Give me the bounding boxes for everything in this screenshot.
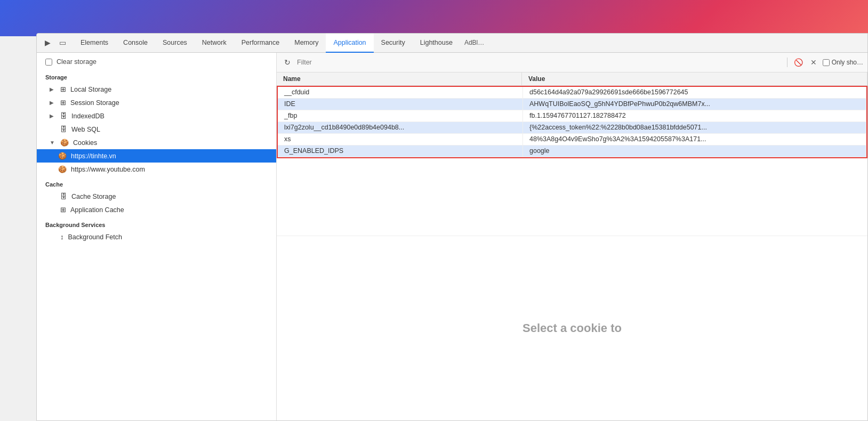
top-gradient-bar: [0, 0, 868, 36]
tab-network[interactable]: Network: [195, 34, 234, 36]
tab-console[interactable]: Console: [116, 34, 155, 36]
tab-bar: ▶ ▭ Elements Console Sources Network Per…: [37, 34, 867, 36]
tab-security[interactable]: Security: [374, 34, 413, 36]
tab-memory[interactable]: Memory: [287, 34, 326, 36]
tab-sources[interactable]: Sources: [155, 34, 195, 36]
devtools-window: ▶ ▭ Elements Console Sources Network Per…: [36, 33, 868, 36]
tab-performance[interactable]: Performance: [234, 34, 287, 36]
tab-adblock[interactable]: AdBl…: [460, 33, 488, 36]
tab-lighthouse[interactable]: Lighthouse: [413, 34, 460, 36]
tab-elements[interactable]: Elements: [73, 34, 116, 36]
tab-application[interactable]: Application: [326, 34, 373, 36]
